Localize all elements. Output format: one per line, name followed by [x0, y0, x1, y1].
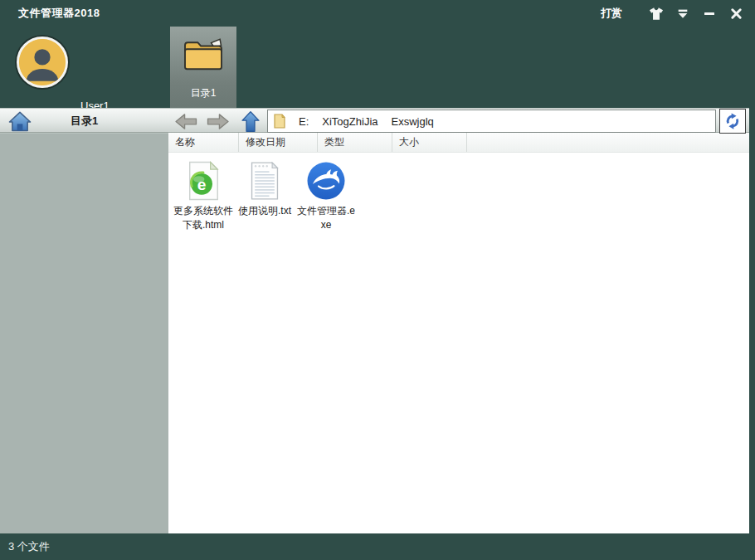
text-document-icon — [245, 161, 285, 201]
close-icon[interactable] — [725, 4, 747, 22]
dolphin-app-icon — [306, 161, 346, 201]
file-item-exe[interactable]: 文件管理器.exe — [295, 161, 357, 232]
forward-button[interactable] — [204, 110, 231, 132]
file-name: 使用说明.txt — [238, 204, 291, 218]
sidebar-panel[interactable] — [0, 133, 168, 533]
theme-shirt-icon[interactable] — [645, 4, 667, 22]
toolbar: 目录1 E: XiTogZhiJia Exswjglq — [0, 108, 749, 133]
address-segment-drive[interactable]: E: — [299, 115, 309, 128]
file-item-txt[interactable]: 使用说明.txt — [234, 161, 295, 232]
file-item-html[interactable]: e 更多系统软件下载.html — [173, 161, 234, 232]
folder-icon — [182, 37, 225, 76]
window-title: 文件管理器2018 — [18, 6, 100, 21]
collapse-down-icon[interactable] — [672, 4, 694, 22]
column-header-date-modified[interactable]: 修改日期 — [239, 133, 318, 152]
address-note-icon — [274, 114, 285, 129]
svg-text:e: e — [197, 176, 207, 193]
address-segment-folder[interactable]: XiTogZhiJia — [322, 115, 378, 128]
status-file-count: 3 个文件 — [8, 539, 50, 554]
column-header-name[interactable]: 名称 — [168, 133, 239, 152]
minimize-icon[interactable] — [699, 4, 720, 22]
status-bar: 3 个文件 — [0, 533, 755, 560]
tab-directory-1[interactable]: 目录1 — [170, 27, 236, 108]
home-button[interactable] — [7, 110, 33, 132]
html-page-green-e-icon: e — [183, 161, 223, 201]
location-label: 目录1 — [71, 109, 98, 133]
app-window: 文件管理器2018 打赏 User1 — [0, 0, 755, 560]
user-avatar-icon[interactable] — [17, 37, 68, 88]
main-area: 名称 修改日期 类型 大小 e — [0, 133, 749, 533]
files-container: e 更多系统软件下载.html — [168, 153, 749, 232]
column-headers: 名称 修改日期 类型 大小 — [168, 133, 749, 153]
address-segment-subfolder[interactable]: Exswjglq — [392, 115, 434, 128]
window-controls: 打赏 — [601, 4, 747, 22]
titlebar: 文件管理器2018 打赏 — [0, 0, 755, 27]
column-header-size[interactable]: 大小 — [392, 133, 467, 152]
file-name: 文件管理器.exe — [295, 204, 357, 232]
address-bar[interactable]: E: XiTogZhiJia Exswjglq — [267, 110, 716, 133]
file-name: 更多系统软件下载.html — [173, 204, 234, 232]
column-header-type[interactable]: 类型 — [318, 133, 392, 152]
refresh-icon — [723, 112, 742, 130]
tab-label: 目录1 — [191, 86, 217, 100]
column-header-filler — [467, 133, 749, 152]
refresh-button[interactable] — [719, 109, 746, 134]
back-button[interactable] — [173, 110, 199, 132]
top-panel: User1 目录1 — [0, 27, 755, 108]
up-button[interactable] — [237, 110, 264, 132]
file-list-panel: 名称 修改日期 类型 大小 e — [168, 133, 749, 533]
donate-button[interactable]: 打赏 — [601, 6, 622, 21]
